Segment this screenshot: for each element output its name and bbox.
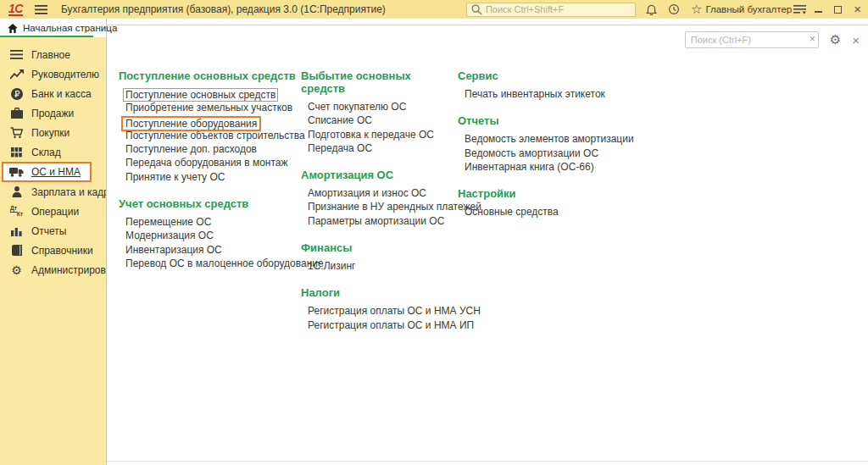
section-title: Выбытие основных средств: [301, 69, 458, 95]
section-title: Настройки: [458, 187, 868, 200]
menu-link[interactable]: Перевод ОС в малоценное оборудование: [125, 257, 324, 269]
history-icon[interactable]: [668, 3, 680, 15]
menu-item-row: Приобретение земельных участков: [119, 102, 301, 115]
menu-item-row: Модернизация ОС: [119, 230, 301, 243]
close-button[interactable]: ×: [854, 5, 861, 14]
sidebar-menu: ГлавноеРуководителюБанк и кассаПродажиПо…: [0, 37, 106, 280]
home-icon: [8, 24, 18, 33]
menu-link[interactable]: Передача ОС: [308, 142, 372, 154]
menu-link[interactable]: Регистрация оплаты ОС и НМА УСН: [308, 305, 481, 317]
sidebar-item-label: Главное: [31, 49, 70, 61]
menu-link[interactable]: Перемещение ОС: [125, 216, 211, 228]
sidebar-item-label: Покупки: [31, 127, 70, 139]
menu-link[interactable]: Ведомость амортизации ОС: [465, 147, 598, 159]
menu-link[interactable]: 1С:Лизинг: [308, 260, 355, 272]
cart-icon: [9, 127, 24, 139]
menu-section: Финансы1С:Лизинг: [301, 241, 458, 274]
sidebar-item-sklad[interactable]: Склад: [0, 142, 106, 162]
sidebar-item-otchety[interactable]: Отчеты: [0, 221, 106, 241]
sidebar-item-zarplata-i-kadry[interactable]: Зарплата и кадры: [0, 182, 106, 202]
bell-icon[interactable]: [646, 3, 657, 15]
menu-link[interactable]: Модернизация ОС: [125, 230, 214, 241]
sidebar-item-spravochniki[interactable]: Справочники: [0, 241, 106, 260]
main-menu-icon[interactable]: [35, 5, 47, 14]
menu-item-row: Признание в НУ арендных платежей: [301, 201, 458, 214]
menu-link[interactable]: Ведомость элементов амортизации: [465, 133, 634, 145]
menu-item-row: Счет покупателю ОС: [301, 101, 458, 114]
menu-section: Поступление основных средствПоступление …: [119, 69, 301, 185]
menu-link[interactable]: Поступление объектов строительства: [125, 130, 305, 141]
current-user-label[interactable]: Главный бухгалтер: [705, 4, 792, 14]
form-controls: × ⚙ ×: [685, 31, 860, 48]
restore-button[interactable]: [834, 6, 842, 14]
minimize-button[interactable]: [815, 7, 822, 13]
menu-section: НалогиРегистрация оплаты ОС и НМА УСНРег…: [301, 286, 458, 333]
start-page-form: × ⚙ × Поступление основных средствПоступ…: [107, 25, 868, 462]
sidebar-item-administrirovanie[interactable]: ⚙Администрирование: [0, 260, 106, 280]
menu-link[interactable]: Поступление основных средств: [123, 88, 278, 102]
menu-column-3: СервисПечать инвентарных этикетокОтчетыВ…: [458, 69, 868, 346]
menu-link[interactable]: Счет покупателю ОС: [308, 101, 406, 113]
menu-link[interactable]: Подготовка к передаче ОС: [308, 129, 434, 141]
truck-icon: [9, 167, 24, 177]
menu-link[interactable]: Поступление оборудования: [121, 116, 261, 131]
menu-link[interactable]: Амортизация и износ ОС: [308, 187, 426, 199]
titlebar-icons: ☆: [646, 3, 702, 16]
menu-item-row: Ведомость элементов амортизации: [458, 133, 868, 147]
menu-link[interactable]: Основные средства: [465, 206, 559, 218]
menu-link[interactable]: Списание ОС: [308, 114, 372, 126]
menu-item-row: Поступление основных средств: [119, 88, 301, 102]
sidebar-item-glavnoe[interactable]: Главное: [0, 45, 106, 64]
form-search-box[interactable]: ×: [685, 31, 819, 48]
menu-item-row: Основные средства: [458, 206, 868, 219]
menu-link[interactable]: Регистрация оплаты ОС и НМА ИП: [308, 319, 474, 331]
menu-section: НастройкиОсновные средства: [458, 187, 868, 219]
menu-link[interactable]: Приобретение земельных участков: [125, 102, 292, 113]
section-panel: Начальная страница ГлавноеРуководителюБа…: [0, 19, 106, 465]
tab-home-label: Начальная страница: [23, 23, 117, 33]
trend-chart-icon: [9, 69, 24, 80]
menu-link[interactable]: Признание в НУ арендных платежей: [308, 201, 481, 213]
menu-item-row: Списание ОС: [301, 114, 458, 128]
menu-link[interactable]: Инвентарная книга (ОС-66): [465, 161, 594, 173]
section-title: Поступление основных средств: [119, 69, 301, 82]
sidebar-item-rukovoditelyu[interactable]: Руководителю: [0, 64, 106, 84]
section-title: Учет основных средств: [119, 197, 301, 210]
menu-link[interactable]: Поступление доп. расходов: [125, 143, 257, 155]
menu-link[interactable]: Передача оборудования в монтаж: [125, 157, 288, 169]
sidebar-item-operacii[interactable]: ДтКтОперации: [0, 202, 106, 221]
star-icon[interactable]: ☆: [691, 3, 702, 16]
sidebar-item-label: Справочники: [31, 245, 93, 257]
sidebar-item-os-i-nma[interactable]: ОС и НМА: [2, 162, 92, 182]
global-search-box[interactable]: [466, 3, 636, 17]
clear-search-icon[interactable]: ×: [810, 33, 815, 45]
menu-item-row: Амортизация и износ ОС: [301, 187, 458, 201]
menu-link[interactable]: Параметры амортизации ОС: [308, 215, 444, 227]
menu-link[interactable]: Принятие к учету ОС: [125, 171, 225, 183]
form-close-icon[interactable]: ×: [852, 33, 860, 47]
section-title: Амортизация ОС: [301, 169, 458, 181]
user-menu-icon[interactable]: [793, 4, 806, 14]
sidebar-item-label: ОС и НМА: [31, 166, 81, 178]
menu-item-row: Передача ОС: [301, 142, 458, 156]
menu-column-2: Выбытие основных средствСчет покупателю …: [301, 69, 458, 346]
tab-home[interactable]: Начальная страница: [0, 19, 106, 37]
sidebar-item-label: Отчеты: [31, 225, 66, 237]
form-search-input[interactable]: [685, 31, 819, 48]
sidebar-item-label: Банк и касса: [31, 88, 92, 100]
menu-link[interactable]: Печать инвентарных этикеток: [465, 88, 605, 100]
grid-icon: [9, 147, 24, 158]
sidebar-item-pokupki[interactable]: Покупки: [0, 123, 106, 142]
sidebar-item-bank-i-kassa[interactable]: Банк и касса: [0, 84, 106, 103]
menu-item-row: Подготовка к передаче ОС: [301, 129, 458, 142]
menu-section: Амортизация ОСАмортизация и износ ОСПриз…: [301, 169, 458, 229]
section-title: Налоги: [301, 286, 458, 299]
menu-link[interactable]: Инвентаризация ОС: [125, 244, 222, 256]
form-settings-gear-icon[interactable]: ⚙: [830, 32, 841, 47]
menu-section: ОтчетыВедомость элементов амортизацииВед…: [458, 114, 868, 174]
main-area: Начальная страница ГлавноеРуководителюБа…: [0, 19, 868, 465]
app-window: 1С Бухгалтерия предприятия (базовая), ре…: [0, 0, 868, 465]
global-search-input[interactable]: [486, 4, 631, 14]
sidebar-item-prodazhi[interactable]: Продажи: [0, 103, 106, 123]
briefcase-icon: [9, 108, 24, 119]
